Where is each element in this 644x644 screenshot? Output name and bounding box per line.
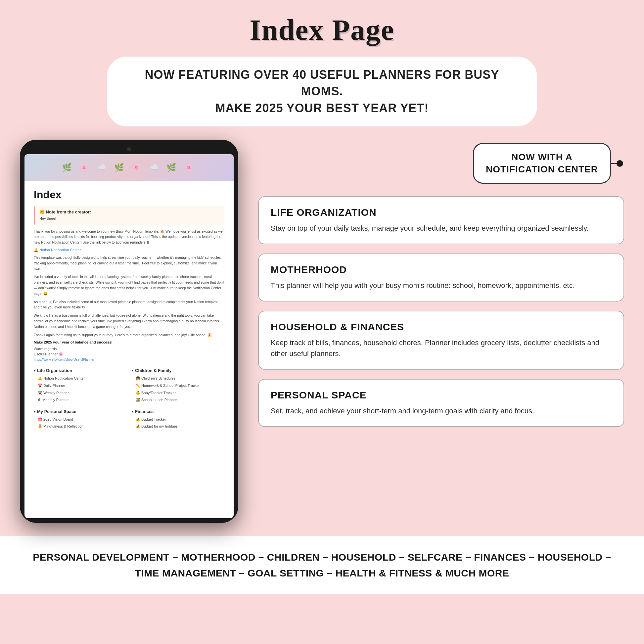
nav-item-budget-tracker[interactable]: 💰 Budget Tracker [132,416,224,423]
tablet-top-bar [24,144,234,154]
bottom-text: PERSONAL DEVELOPMENT – MOTHERHOOD – CHIL… [26,549,618,581]
notification-line2: NOTIFICATION CENTER [486,164,598,174]
floral-decoration: 🌿 🌸 ☁️ 🌿 🌸 ☁️ 🌿 🌸 [62,163,197,172]
nav-item-weekly-planner[interactable]: 📆 Weekly Planner [34,390,126,397]
feature-card-text-personal: Set, track, and achieve your short-term … [271,405,612,416]
nav-item-monthly-planner[interactable]: 🗓 Monthly Planner [34,396,126,404]
tablet-index-title: Index [34,189,224,201]
nav-section-title-children: Children & Family [132,368,224,373]
feature-card-title-motherhood: MOTHERHOOD [271,264,612,275]
note-from-creator-label: 😊 Note from the creator: [39,209,220,214]
right-column: NOW WITH A NOTIFICATION CENTER LIFE ORGA… [258,140,624,427]
nav-item-mindfulness[interactable]: 🧘 Mindfulness & Reflection [34,423,126,430]
notification-line1: NOW WITH A [511,152,573,162]
feature-card-text-motherhood: This planner will help you with your bus… [271,280,612,291]
nav-section-life-organization: Life Organization 🔔 Notion Notification … [34,368,126,403]
tablet-body6: Thanks again for trusting us to support … [34,332,224,338]
feature-card-title-life: LIFE ORGANIZATION [271,207,612,218]
nav-section-finances: Finances 💰 Budget Tracker 💰 Budget for m… [132,409,224,430]
notification-center-link[interactable]: 🔔 Notion Notification Center [34,248,224,252]
nav-item-notification-center[interactable]: 🔔 Notion Notification Center [34,375,126,382]
feature-card-household: HOUSEHOLD & FINANCES Keep track of bills… [258,311,624,370]
subtitle-box: NOW FEATURING OVER 40 USEFUL PLANNERS FO… [107,57,537,126]
subtitle-text: NOW FEATURING OVER 40 USEFUL PLANNERS FO… [127,67,517,116]
nav-item-baby-tracker[interactable]: 👶 Baby/Toddler Tracker [132,390,224,397]
subtitle-line1: NOW FEATURING OVER 40 USEFUL PLANNERS FO… [145,68,499,98]
notification-bubble: NOW WITH A NOTIFICATION CENTER [473,143,611,184]
feature-card-text-life: Stay on top of your daily tasks, manage … [271,223,612,234]
tablet-body4: As a bonus, I've also included some of o… [34,299,224,310]
main-content: 🌿 🌸 ☁️ 🌿 🌸 ☁️ 🌿 🌸 Index 😊 Note from the … [0,133,644,523]
tablet-body3: I've included a variety of tools in this… [34,274,224,296]
feature-card-title-household: HOUSEHOLD & FINANCES [271,321,612,333]
notification-callout: NOW WITH A NOTIFICATION CENTER [473,143,611,184]
nav-item-budget-hobbies[interactable]: 💰 Budget for my hobbies [132,423,224,430]
feature-card-motherhood: MOTHERHOOD This planner will help you wi… [258,253,624,301]
tablet-signature: Useful Planner 🌸 [34,352,224,356]
tablet-body5: We know life as a busy mom is full of ch… [34,313,224,329]
tablet-container: 🌿 🌸 ☁️ 🌿 🌸 ☁️ 🌿 🌸 Index 😊 Note from the … [20,140,238,523]
nav-item-daily-planner[interactable]: 📅 Daily Planner [34,382,126,390]
feature-card-title-personal: PERSONAL SPACE [271,390,612,401]
tablet-warm-regards: Warm regards, [34,347,224,351]
nav-item-homework-tracker[interactable]: ✏️ Homework & School Project Tracker [132,382,224,390]
tablet-content: Index 😊 Note from the creator: Hey there… [24,181,234,438]
tablet-frame: 🌿 🌸 ☁️ 🌿 🌸 ☁️ 🌿 🌸 Index 😊 Note from the … [20,140,238,523]
nav-section-title-personal: My Personal Space [34,409,126,414]
page-title: Index Page [0,0,644,47]
nav-item-vision-board[interactable]: 🎯 2025 Vision Board [34,416,126,423]
note-box: 😊 Note from the creator: Hey there! [34,206,224,225]
tablet-body1: Thank you for choosing us and welcome to… [34,229,224,245]
nav-item-childrens-schedules[interactable]: 👧 Children's Schedules [132,375,224,382]
nav-item-school-lunch[interactable]: 🍱 School Lunch Planner [132,396,224,404]
nav-section-personal-space: My Personal Space 🎯 2025 Vision Board 🧘 … [34,409,126,430]
notification-connector-line [611,163,622,164]
subtitle-line2: MAKE 2025 YOUR BEST YEAR YET! [215,101,429,115]
tablet-etsy-url: https://www.etsy.com/shop/UsefulPlanner [34,358,224,361]
feature-card-text-household: Keep track of bills, finances, household… [271,337,612,359]
nav-section-children-family: Children & Family 👧 Children's Schedules… [132,368,224,403]
tablet-nav-grid: Life Organization 🔔 Notion Notification … [34,368,224,430]
tablet-bold-line: Make 2025 your year of balance and succe… [34,340,224,344]
hey-there: Hey there! [39,216,220,221]
nav-section-title-life: Life Organization [34,368,126,373]
nav-section-title-finances: Finances [132,409,224,414]
bottom-bar: PERSONAL DEVELOPMENT – MOTHERHOOD – CHIL… [0,536,644,594]
tablet-camera [127,147,131,151]
feature-card-personal-space: PERSONAL SPACE Set, track, and achieve y… [258,379,624,427]
tablet-header-floral: 🌿 🌸 ☁️ 🌿 🌸 ☁️ 🌿 🌸 [24,154,234,181]
tablet-body2: This template was thoughtfully designed … [34,255,224,271]
feature-card-life-organization: LIFE ORGANIZATION Stay on top of your da… [258,196,624,244]
tablet-screen: 🌿 🌸 ☁️ 🌿 🌸 ☁️ 🌿 🌸 Index 😊 Note from the … [24,154,234,518]
